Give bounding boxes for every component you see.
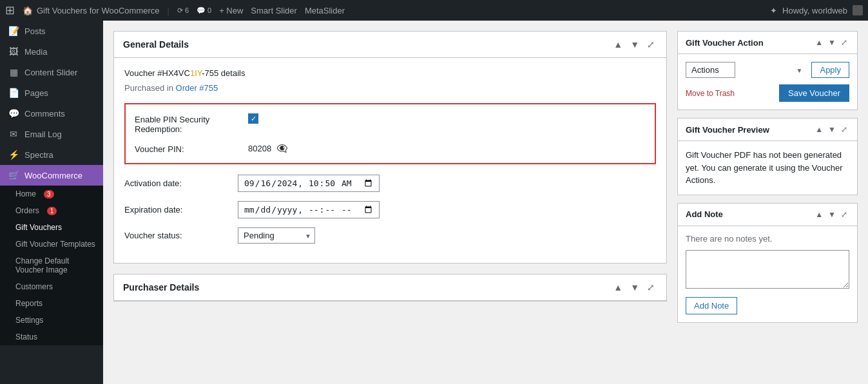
- pin-security-checkbox[interactable]: [248, 113, 258, 124]
- preview-expand-btn[interactable]: ⤢: [839, 124, 849, 135]
- purchaser-collapse-up-btn[interactable]: ▲: [611, 281, 625, 294]
- site-name[interactable]: 🏠 Gift Vouchers for WooCommerce: [23, 6, 160, 15]
- panel-collapse-up-btn[interactable]: ▲: [611, 38, 625, 51]
- content-slider-icon: ▦: [8, 67, 19, 77]
- add-note-title: Add Note: [686, 209, 723, 219]
- apply-button[interactable]: Apply: [811, 62, 849, 78]
- add-note-header: Add Note ▲ ▼ ⤢: [678, 204, 857, 226]
- expiration-date-row: Expiration date:: [124, 201, 656, 218]
- action-expand-btn[interactable]: ⤢: [839, 37, 849, 48]
- voucher-status-label: Voucher status:: [124, 231, 227, 240]
- sidebar-item-settings[interactable]: Settings: [0, 312, 103, 329]
- activation-date-input-wrap: [238, 175, 380, 192]
- sidebar-item-gift-voucher-templates[interactable]: Gift Voucher Templates: [0, 236, 103, 253]
- add-note-panel: Add Note ▲ ▼ ⤢ There are no notes yet. A…: [677, 203, 858, 323]
- gift-voucher-action-controls: ▲ ▼ ⤢: [813, 37, 849, 48]
- purchaser-details-header: Purchaser Details ▲ ▼ ⤢: [114, 274, 666, 301]
- actions-select-wrap: Actions ▼: [686, 62, 806, 78]
- gift-voucher-preview-panel: Gift Voucher Preview ▲ ▼ ⤢ Gift Voucher …: [677, 118, 858, 195]
- action-collapse-down-btn[interactable]: ▼: [826, 37, 838, 48]
- general-details-title: General Details: [123, 39, 189, 50]
- posts-icon: 📝: [8, 26, 19, 36]
- expiration-date-label: Expiration date:: [124, 205, 227, 215]
- eye-icon[interactable]: 👁‍🗨: [276, 143, 287, 153]
- order-link[interactable]: Order #755: [176, 83, 218, 93]
- no-notes-text: There are no notes yet.: [686, 234, 849, 244]
- gift-voucher-action-panel: Gift Voucher Action ▲ ▼ ⤢ Actions ▼: [677, 31, 858, 110]
- pin-security-control: [248, 113, 646, 124]
- sidebar-item-spectra[interactable]: ⚡ Spectra: [0, 144, 103, 165]
- sidebar-item-gift-vouchers[interactable]: Gift Vouchers: [0, 219, 103, 236]
- note-textarea[interactable]: [686, 250, 849, 289]
- add-note-button[interactable]: Add Note: [686, 297, 737, 314]
- general-details-body: Voucher #HX4VC1IY-755 details Purchased …: [114, 58, 666, 263]
- meta-slider-link[interactable]: MetaSlider: [305, 6, 345, 15]
- panel-collapse-down-btn[interactable]: ▼: [628, 38, 642, 51]
- sidebar-item-customers[interactable]: Customers: [0, 278, 103, 295]
- email-log-icon: ✉: [8, 129, 19, 139]
- pages-icon: 📄: [8, 88, 19, 98]
- voucher-pin-row: Voucher PIN: 80208 👁‍🗨: [135, 143, 646, 154]
- pin-security-box: Enable PIN Security Redemption: Voucher …: [124, 103, 656, 164]
- center-column: General Details ▲ ▼ ⤢ Voucher #HX4VC1IY-…: [113, 31, 667, 374]
- panel-expand-btn[interactable]: ⤢: [644, 38, 657, 51]
- gift-voucher-preview-title: Gift Voucher Preview: [686, 125, 769, 135]
- move-to-trash-link[interactable]: Move to Trash: [686, 89, 735, 98]
- smart-slider-link[interactable]: Smart Slider: [251, 6, 297, 15]
- note-collapse-up-btn[interactable]: ▲: [813, 209, 825, 220]
- spectra-icon: ⚡: [8, 149, 19, 160]
- updates-icon[interactable]: ⟳6: [177, 6, 189, 15]
- sidebar-item-email-log[interactable]: ✉ Email Log: [0, 124, 103, 144]
- note-collapse-down-btn[interactable]: ▼: [826, 209, 838, 220]
- activation-date-input[interactable]: [238, 175, 380, 192]
- pin-security-label: Enable PIN Security Redemption:: [135, 113, 238, 134]
- sidebar-item-change-default-voucher-image[interactable]: Change Default Voucher Image: [0, 253, 103, 278]
- avatar[interactable]: [853, 5, 863, 15]
- actions-select-arrow-icon: ▼: [796, 66, 803, 73]
- general-details-header: General Details ▲ ▼ ⤢: [114, 32, 666, 58]
- sidebar-item-woocommerce[interactable]: 🛒 WooCommerce: [0, 165, 103, 186]
- sidebar-item-content-slider[interactable]: ▦ Content Slider: [0, 62, 103, 82]
- sidebar-item-orders[interactable]: Orders 1: [0, 202, 103, 219]
- purchaser-expand-btn[interactable]: ⤢: [644, 281, 657, 294]
- sidebar-item-status[interactable]: Status: [0, 329, 103, 345]
- sidebar: 📝 Posts 🖼 Media ▦ Content Slider 📄 Pages…: [0, 21, 103, 384]
- gift-voucher-action-header: Gift Voucher Action ▲ ▼ ⤢: [678, 32, 857, 54]
- voucher-status-row: Voucher status: Pending Active Used Expi…: [124, 227, 656, 244]
- sidebar-item-media[interactable]: 🖼 Media: [0, 41, 103, 62]
- sidebar-item-pages[interactable]: 📄 Pages: [0, 82, 103, 103]
- woocommerce-icon: 🛒: [8, 170, 19, 180]
- expiration-date-input[interactable]: [238, 201, 380, 218]
- home-icon: 🏠: [23, 6, 33, 15]
- expiration-date-input-wrap: [238, 201, 380, 218]
- sidebar-item-posts[interactable]: 📝 Posts: [0, 21, 103, 41]
- note-expand-btn[interactable]: ⤢: [839, 209, 849, 220]
- preview-panel-controls: ▲ ▼ ⤢: [813, 124, 849, 135]
- voucher-status-select[interactable]: Pending Active Used Expired: [238, 227, 315, 244]
- sidebar-item-reports[interactable]: Reports: [0, 295, 103, 312]
- gift-voucher-action-body: Actions ▼ Apply Move to Trash: [678, 54, 857, 110]
- sidebar-item-comments[interactable]: 💬 Comments: [0, 103, 103, 124]
- preview-collapse-down-btn[interactable]: ▼: [826, 124, 838, 135]
- separator: |: [168, 6, 169, 15]
- sidebar-item-home[interactable]: Home 3: [0, 186, 103, 202]
- general-details-panel: General Details ▲ ▼ ⤢ Voucher #HX4VC1IY-…: [113, 31, 667, 264]
- new-button[interactable]: + New: [219, 6, 243, 15]
- purchased-in: Purchased in Order #755: [124, 83, 656, 93]
- gift-voucher-preview-body: Gift Voucher PDF has not been generated …: [678, 141, 857, 195]
- pin-checkbox-wrap: [248, 113, 646, 124]
- ai-icon: ✦: [770, 6, 777, 15]
- voucher-pin-label: Voucher PIN:: [135, 143, 238, 154]
- purchaser-collapse-down-btn[interactable]: ▼: [628, 281, 642, 294]
- preview-collapse-up-btn[interactable]: ▲: [813, 124, 825, 135]
- save-voucher-button[interactable]: Save Voucher: [779, 84, 849, 102]
- actions-select[interactable]: Actions: [686, 62, 735, 78]
- gift-voucher-preview-header: Gift Voucher Preview ▲ ▼ ⤢: [678, 119, 857, 141]
- activation-date-label: Activation date:: [124, 178, 227, 188]
- voucher-number: Voucher #HX4VC1IY-755 details: [124, 68, 656, 78]
- main-area: General Details ▲ ▼ ⤢ Voucher #HX4VC1IY-…: [103, 21, 868, 384]
- panel-controls: ▲ ▼ ⤢: [611, 38, 657, 51]
- pin-security-row: Enable PIN Security Redemption:: [135, 113, 646, 134]
- comments-icon[interactable]: 💬0: [197, 6, 211, 15]
- action-collapse-up-btn[interactable]: ▲: [813, 37, 825, 48]
